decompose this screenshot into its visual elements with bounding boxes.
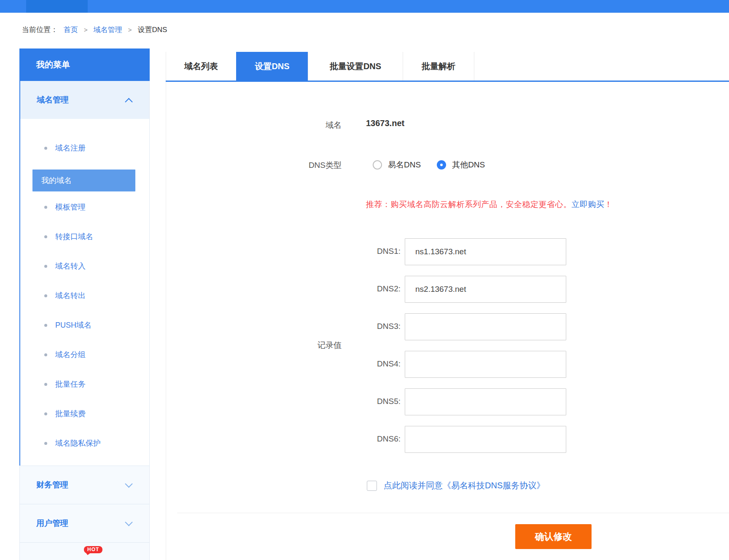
tab-batch-resolution[interactable]: 批量解析 [403, 52, 474, 81]
agreement-checkbox[interactable] [367, 481, 377, 491]
breadcrumb-current-page: 设置DNS [138, 25, 167, 35]
bullet-icon [44, 353, 47, 356]
sidebar-group-label: 域名管理 [37, 94, 69, 105]
hot-badge: HOT [84, 546, 102, 553]
bullet-icon [44, 235, 47, 238]
breadcrumb-home-link[interactable]: 首页 [64, 25, 78, 35]
sidebar-group-toggle-finance[interactable]: 财务管理 [20, 466, 149, 504]
record-value-label: 记录值 [253, 340, 342, 351]
sidebar: 我的菜单 域名管理 域名注册 我的域名 模板管理 转接口域名 [19, 48, 150, 560]
sidebar-item-batch-renewal[interactable]: 批量续费 [20, 399, 149, 428]
sidebar-item-template-management[interactable]: 模板管理 [20, 192, 149, 222]
dns5-label: DNS5: [295, 397, 401, 406]
promo-exclamation: ！ [605, 200, 613, 209]
dns3-input[interactable] [405, 313, 566, 340]
breadcrumb: 当前位置： 首页 > 域名管理 > 设置DNS [22, 24, 167, 35]
domain-value: 13673.net [366, 118, 404, 128]
confirm-modify-button[interactable]: 确认修改 [515, 524, 592, 549]
bullet-icon [44, 294, 47, 297]
chevron-up-icon [125, 98, 132, 105]
radio-ename-dns-label[interactable]: 易名DNS [388, 159, 421, 170]
dns6-input[interactable] [405, 426, 566, 453]
top-nav-active-segment[interactable] [26, 0, 88, 13]
bullet-icon [44, 265, 47, 268]
sidebar-item-domain-register[interactable]: 域名注册 [20, 133, 149, 163]
sidebar-group-toggle-domain-management[interactable]: 域名管理 [20, 81, 149, 119]
promo-notice: 推荐：购买域名高防云解析系列产品，安全稳定更省心。立即购买！ [366, 199, 613, 210]
sidebar-item-my-domains[interactable]: 我的域名 [32, 170, 135, 191]
breadcrumb-prefix: 当前位置： [22, 25, 58, 35]
chevron-down-icon [125, 480, 132, 487]
dns1-label: DNS1: [295, 247, 401, 256]
bullet-icon [44, 324, 47, 327]
sidebar-item-batch-tasks[interactable]: 批量任务 [20, 369, 149, 399]
top-nav-bar [0, 0, 729, 13]
sidebar-group-domain-management: 域名管理 域名注册 我的域名 模板管理 转接口域名 域名转入 [19, 81, 149, 466]
sidebar-item-push-domains[interactable]: PUSH域名 [20, 310, 149, 340]
dns1-input[interactable] [405, 238, 566, 265]
breadcrumb-separator: > [128, 26, 132, 33]
dns-type-label: DNS类型 [245, 160, 342, 171]
dns3-label: DNS3: [295, 322, 401, 331]
content-divider-line [166, 52, 166, 560]
dns4-label: DNS4: [295, 359, 401, 369]
sidebar-item-domain-transfer-in[interactable]: 域名转入 [20, 251, 149, 281]
sidebar-group-label: 财务管理 [36, 479, 68, 490]
agreement-row: 点此阅读并同意《易名科技DNS服务协议》 [367, 480, 545, 491]
agreement-link-text[interactable]: 点此阅读并同意《易名科技DNS服务协议》 [384, 480, 545, 491]
dns4-input[interactable] [405, 351, 566, 378]
bullet-icon [44, 206, 47, 209]
radio-other-dns[interactable] [437, 160, 446, 170]
promo-text: 推荐：购买域名高防云解析系列产品，安全稳定更省心。 [366, 200, 572, 209]
dns2-input[interactable] [405, 276, 566, 303]
sidebar-item-domain-privacy[interactable]: 域名隐私保护 [20, 428, 149, 458]
sidebar-group-toggle-bid[interactable]: HOT 预订竞价 [20, 542, 149, 560]
sidebar-group-label: 用户管理 [36, 518, 68, 529]
sidebar-item-domain-groups[interactable]: 域名分组 [20, 340, 149, 369]
radio-ename-dns[interactable] [373, 160, 382, 170]
bullet-icon [44, 412, 47, 415]
domain-label: 域名 [253, 120, 342, 131]
dns6-label: DNS6: [295, 434, 401, 444]
dns5-input[interactable] [405, 388, 566, 415]
tab-bar: 域名列表 设置DNS 批量设置DNS 批量解析 [166, 52, 729, 82]
dns-type-radio-group: 易名DNS 其他DNS [373, 159, 495, 170]
sidebar-header: 我的菜单 [19, 48, 150, 81]
chevron-down-icon [125, 518, 132, 526]
tab-domain-list[interactable]: 域名列表 [166, 52, 236, 81]
bullet-icon [44, 442, 47, 445]
bullet-icon [44, 147, 47, 150]
tab-set-dns[interactable]: 设置DNS [236, 52, 308, 81]
dns2-label: DNS2: [295, 284, 401, 293]
sidebar-item-forward-domains[interactable]: 转接口域名 [20, 222, 149, 251]
sidebar-group-toggle-user[interactable]: 用户管理 [20, 504, 149, 542]
form-divider [177, 513, 729, 513]
buy-now-link[interactable]: 立即购买 [572, 200, 605, 209]
bullet-icon [44, 383, 47, 386]
breadcrumb-domain-mgmt-link[interactable]: 域名管理 [94, 25, 122, 35]
sidebar-item-domain-transfer-out[interactable]: 域名转出 [20, 281, 149, 310]
radio-other-dns-label[interactable]: 其他DNS [452, 159, 485, 170]
tab-batch-set-dns[interactable]: 批量设置DNS [308, 52, 403, 81]
sidebar-item-list: 域名注册 我的域名 模板管理 转接口域名 域名转入 域名转出 [20, 119, 149, 466]
breadcrumb-separator: > [84, 26, 88, 33]
